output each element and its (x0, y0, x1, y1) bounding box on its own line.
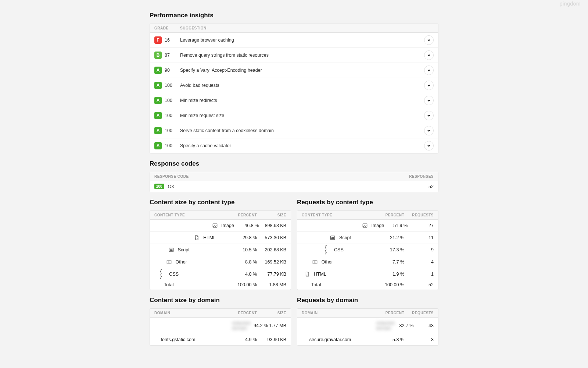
expand-button[interactable] (424, 111, 434, 120)
chevron-down-icon (427, 128, 431, 134)
chevron-down-icon (427, 53, 431, 58)
insight-row[interactable]: A100Avoid bad requests (150, 78, 438, 93)
performance-insights-panel: GRADE SUGGESTION F16Leverage browser cac… (150, 24, 438, 153)
grade-badge: A (154, 127, 162, 134)
grade-badge: A (154, 97, 162, 104)
header-domain: DOMAIN (302, 311, 378, 315)
total-label: Total (311, 282, 378, 287)
css-icon: { } (325, 247, 330, 253)
row-label: Script (178, 247, 230, 252)
table-row: fonts.gstatic.com4.9 %93.90 KB (150, 334, 291, 345)
svg-point-1 (214, 224, 214, 225)
grade-badge: A (154, 67, 162, 74)
table-row: { }CSS17.3 %9 (297, 244, 438, 256)
row-value: 898.63 KB (259, 223, 286, 228)
header-size: SIZE (257, 311, 286, 315)
expand-button[interactable] (424, 35, 434, 45)
table-row: redacted-domain94.2 %1.77 MB (150, 318, 291, 334)
row-value: 27 (408, 223, 434, 228)
header-content-type: CONTENT TYPE (302, 213, 378, 217)
brand-logo: pingdom (560, 1, 581, 7)
svg-marker-5 (168, 261, 170, 263)
table-row: Other8.8 %169.52 KB (150, 256, 291, 268)
expand-button[interactable] (424, 96, 434, 105)
image-icon (212, 223, 218, 229)
table-row: JSScript10.5 %202.68 KB (150, 244, 291, 256)
row-value: 573.30 KB (257, 235, 286, 240)
script-icon: JS (168, 247, 174, 253)
content-size-domain-title: Content size by domain (150, 297, 291, 304)
header-percent: PERCENT (230, 311, 257, 315)
row-percent: 10.5 % (230, 247, 257, 252)
row-label: Other (176, 259, 230, 265)
insight-suggestion: Specify a cache validator (180, 143, 424, 148)
table-row: Image46.8 %898.63 KB (150, 220, 291, 232)
grade-badge: A (154, 112, 162, 119)
row-percent: 4.9 % (230, 337, 257, 342)
row-value: 1 (404, 272, 434, 277)
row-label: HTML (314, 272, 378, 277)
requests-by-domain-panel: DOMAIN PERCENT REQUESTS redacted-domain8… (297, 308, 438, 346)
row-label: Other (322, 259, 378, 265)
expand-button[interactable] (424, 81, 434, 90)
expand-button[interactable] (424, 66, 434, 75)
row-percent: 5.8 % (378, 337, 404, 342)
row-value: 93.90 KB (257, 337, 286, 342)
svg-text:JS: JS (331, 237, 334, 239)
chevron-down-icon (427, 113, 431, 118)
svg-point-7 (364, 224, 365, 225)
svg-text:JS: JS (170, 249, 172, 251)
table-row: JSScript21.2 %11 (297, 232, 438, 244)
grade-badge: A (154, 82, 162, 89)
insight-score: 87 (165, 53, 180, 58)
status-code-badge: 200 (154, 184, 164, 189)
content-size-domain-panel: DOMAIN PERCENT SIZE redacted-domain94.2 … (150, 308, 291, 346)
total-percent: 100.00 % (230, 282, 257, 287)
total-label: Total (164, 282, 230, 287)
insight-suggestion: Remove query strings from static resourc… (180, 53, 424, 58)
content-size-type-panel: CONTENT TYPE PERCENT SIZE Image46.8 %898… (150, 210, 291, 290)
response-codes-title: Response codes (150, 160, 438, 167)
chevron-down-icon (427, 38, 431, 43)
html-icon (304, 271, 310, 277)
row-percent: 51.9 % (384, 223, 408, 228)
performance-insights-title: Performance insights (150, 12, 438, 19)
expand-button[interactable] (424, 141, 434, 151)
row-percent: 7.7 % (378, 259, 404, 265)
header-responses: RESPONSES (409, 174, 434, 178)
image-icon (362, 223, 368, 229)
response-count: 52 (429, 184, 434, 189)
row-label: HTML (203, 235, 230, 240)
expand-button[interactable] (424, 50, 434, 60)
insight-suggestion: Minimize request size (180, 113, 424, 118)
insight-row[interactable]: A100Minimize request size (150, 108, 438, 123)
row-percent: 17.3 % (378, 247, 404, 252)
row-percent: 1.9 % (378, 272, 404, 277)
insight-row[interactable]: A90Specify a Vary: Accept-Encoding heade… (150, 63, 438, 78)
insight-row[interactable]: A100Minimize redirects (150, 93, 438, 108)
insight-score: 16 (165, 38, 180, 43)
table-row: { }CSS4.0 %77.79 KB (150, 268, 291, 280)
insight-row[interactable]: A100Specify a cache validator (150, 138, 438, 153)
chevron-down-icon (427, 143, 431, 149)
row-label: Image (221, 223, 234, 228)
other-icon (312, 259, 318, 265)
row-value: 4 (404, 259, 434, 265)
css-icon: { } (159, 271, 165, 277)
html-icon (194, 235, 200, 241)
other-icon (166, 259, 172, 265)
insight-row[interactable]: B87Remove query strings from static reso… (150, 48, 438, 63)
insight-score: 100 (165, 113, 180, 118)
table-row: Image51.9 %27 (297, 220, 438, 232)
row-value: 9 (404, 247, 434, 252)
insight-suggestion: Serve static content from a cookieless d… (180, 128, 424, 133)
table-row: HTML1.9 %1 (297, 268, 438, 280)
total-value: 1.88 MB (257, 282, 286, 287)
expand-button[interactable] (424, 126, 434, 135)
requests-by-type-title: Requests by content type (297, 199, 438, 206)
insight-score: 100 (165, 98, 180, 103)
insight-score: 90 (165, 68, 180, 73)
insight-row[interactable]: F16Leverage browser caching (150, 33, 438, 48)
header-domain: DOMAIN (154, 311, 230, 315)
insight-row[interactable]: A100Serve static content from a cookiele… (150, 123, 438, 138)
